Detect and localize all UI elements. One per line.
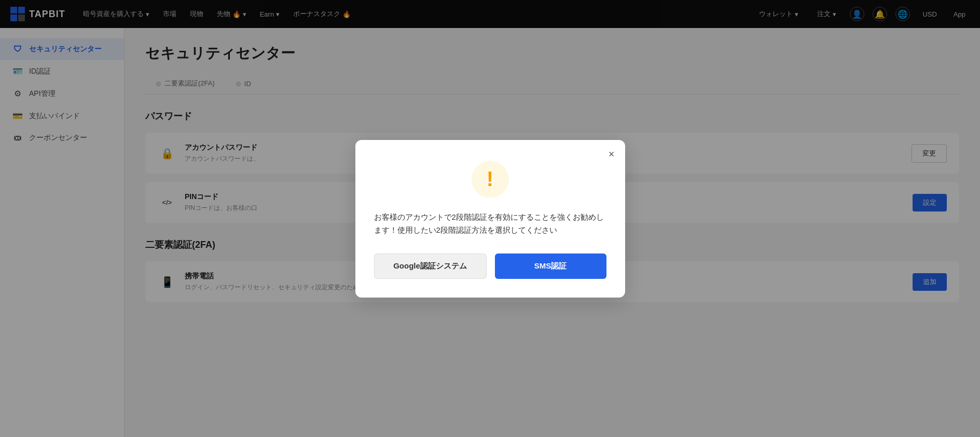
warning-icon: ! [472, 161, 509, 198]
sms-auth-button[interactable]: SMS認証 [495, 253, 606, 279]
modal-message: お客様のアカウントで2段階認証を有効にすることを強くお勧めします！使用したい2段… [374, 210, 606, 237]
modal-icon-container: ! [374, 161, 606, 198]
modal-overlay[interactable]: × ! お客様のアカウントで2段階認証を有効にすることを強くお勧めします！使用し… [0, 0, 980, 437]
modal-close-button[interactable]: × [609, 148, 615, 160]
google-auth-button[interactable]: Google認証システム [374, 253, 487, 279]
modal-action-buttons: Google認証システム SMS認証 [374, 253, 606, 279]
2fa-modal: × ! お客様のアカウントで2段階認証を有効にすることを強くお勧めします！使用し… [355, 140, 625, 298]
